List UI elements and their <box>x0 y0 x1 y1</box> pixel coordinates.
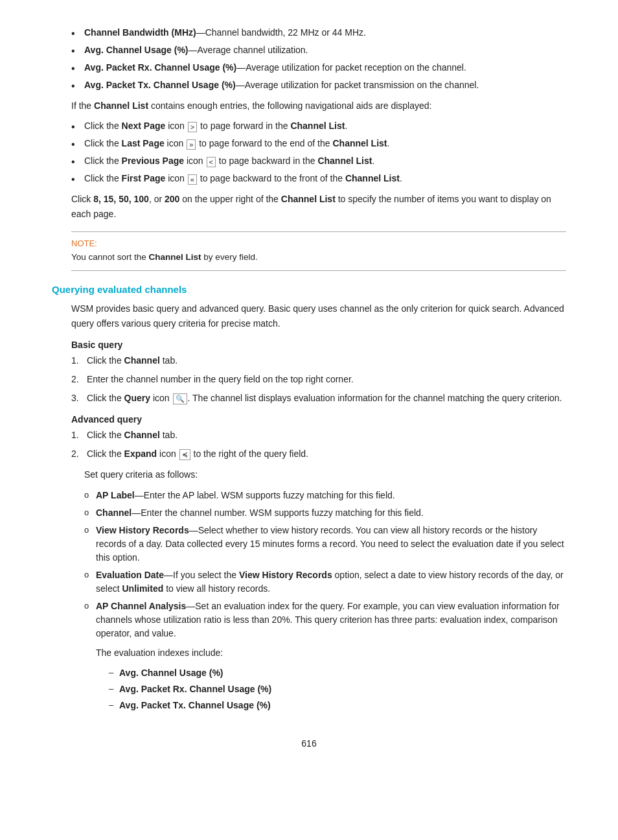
page-number: 616 <box>52 738 566 749</box>
term: Channel Bandwidth (MHz) <box>84 27 196 38</box>
list-item: Click the Next Page icon > to page forwa… <box>71 119 566 133</box>
set-query-label: Set query criteria as follows: <box>84 467 566 482</box>
advanced-steps-list: 1. Click the Channel tab. 2. Click the E… <box>71 428 566 461</box>
top-bullet-list: Channel Bandwidth (MHz)—Channel bandwidt… <box>71 26 566 92</box>
section-heading: Querying evaluated channels <box>52 284 566 295</box>
separator: — <box>189 45 198 55</box>
click-para: Click 8, 15, 50, 100, or 200 on the uppe… <box>71 192 566 221</box>
basic-steps-list: 1. Click the Channel tab. 2. Enter the c… <box>71 354 566 405</box>
advanced-query-heading: Advanced query <box>71 414 566 425</box>
desc: Average channel utilization. <box>198 45 308 55</box>
list-item: 2. Enter the channel number in the query… <box>71 373 566 386</box>
list-item: Avg. Channel Usage (%) <box>109 666 566 680</box>
list-item: Click the Previous Page icon < to page b… <box>71 154 566 168</box>
eval-indexes-list: Avg. Channel Usage (%) Avg. Packet Rx. C… <box>109 666 566 712</box>
list-item: 2. Click the Expand icon ≼ to the right … <box>71 447 566 461</box>
separator: — <box>236 62 246 73</box>
list-item: Channel—Enter the channel number. WSM su… <box>84 506 566 520</box>
list-item: AP Label—Enter the AP label. WSM support… <box>84 489 566 502</box>
desc: Channel bandwidth, 22 MHz or 44 MHz. <box>205 27 366 38</box>
eval-indexes-label: The evaluation indexes include: <box>96 646 566 660</box>
next-page-icon: > <box>188 122 197 132</box>
first-page-icon: « <box>188 174 197 185</box>
list-item: Avg. Packet Rx. Channel Usage (%) <box>109 682 566 696</box>
list-item: Avg. Packet Tx. Channel Usage (%)—Averag… <box>71 78 566 92</box>
list-item: Click the Last Page icon » to page forwa… <box>71 137 566 150</box>
list-item: Avg. Packet Rx. Channel Usage (%)—Averag… <box>71 61 566 75</box>
desc: Average utilization for packet transmiss… <box>245 80 479 90</box>
list-item: Avg. Packet Tx. Channel Usage (%) <box>109 699 566 712</box>
list-item: Evaluation Date—If you select the View H… <box>84 568 566 596</box>
last-page-icon: » <box>187 139 196 150</box>
list-item: 1. Click the Channel tab. <box>71 354 566 368</box>
sub-bullet-list: AP Label—Enter the AP label. WSM support… <box>84 489 566 712</box>
separator: — <box>196 27 205 38</box>
term: Avg. Packet Tx. Channel Usage (%) <box>84 80 236 90</box>
list-item: Avg. Channel Usage (%)—Average channel u… <box>71 43 566 57</box>
list-item: Channel Bandwidth (MHz)—Channel bandwidt… <box>71 26 566 40</box>
list-item: Click the First Page icon « to page back… <box>71 172 566 185</box>
section-intro: WSM provides basic query and advanced qu… <box>71 301 566 331</box>
term: Avg. Packet Rx. Channel Usage (%) <box>84 62 236 73</box>
nav-intro-para: If the Channel List contains enough entr… <box>71 99 566 113</box>
list-item: 1. Click the Channel tab. <box>71 428 566 442</box>
separator: — <box>236 80 245 90</box>
term: Avg. Channel Usage (%) <box>84 45 189 55</box>
nav-bullet-list: Click the Next Page icon > to page forwa… <box>71 119 566 185</box>
list-item: 3. Click the Query icon 🔍. The channel l… <box>71 391 566 405</box>
expand-icon: ≼ <box>179 449 190 460</box>
basic-query-heading: Basic query <box>71 340 566 350</box>
list-item: View History Records—Select whether to v… <box>84 524 566 565</box>
list-item: AP Channel Analysis—Set an evaluation in… <box>84 600 566 712</box>
prev-page-icon: < <box>207 157 216 167</box>
note-box: NOTE: You cannot sort the Channel List b… <box>71 231 566 271</box>
query-icon: 🔍 <box>173 393 187 404</box>
desc: Average utilization for packet reception… <box>246 62 466 73</box>
note-label: NOTE: <box>71 239 566 248</box>
note-text: You cannot sort the Channel List by ever… <box>71 251 566 264</box>
